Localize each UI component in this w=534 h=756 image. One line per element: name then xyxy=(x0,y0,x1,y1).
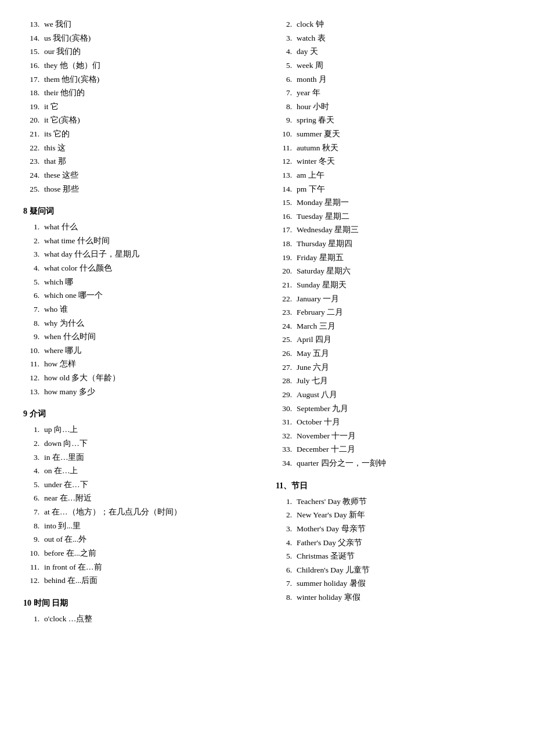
main-content: 13.we 我们14.us 我们(宾格)15.our 我们的16.they 他（… xyxy=(23,17,511,625)
item-text: which one 哪一个 xyxy=(44,289,258,303)
item-number: 19. xyxy=(276,251,297,265)
list-item: 22.January 一月 xyxy=(276,292,511,306)
item-text: November 十一月 xyxy=(297,429,511,443)
item-number: 3. xyxy=(23,247,44,261)
item-number: 11. xyxy=(276,141,297,155)
list-item: 10.summer 夏天 xyxy=(276,127,511,141)
list-item: 5.which 哪 xyxy=(23,275,258,289)
list-item: 13.how many 多少 xyxy=(23,385,258,399)
list-item: 15.our 我们的 xyxy=(23,45,258,59)
item-text: how 怎样 xyxy=(44,357,258,371)
item-text: up 向…上 xyxy=(44,423,258,437)
list-item: 7.summer holiday 暑假 xyxy=(276,577,511,591)
item-text: spring 春天 xyxy=(297,113,511,127)
item-text: o'clock …点整 xyxy=(44,612,258,626)
list-item: 31.October 十月 xyxy=(276,415,511,429)
item-number: 8. xyxy=(23,519,44,533)
item-number: 8. xyxy=(23,316,44,330)
list-item: 34.quarter 四分之一，一刻钟 xyxy=(276,456,511,470)
item-text: summer 夏天 xyxy=(297,127,511,141)
item-number: 19. xyxy=(23,100,44,114)
item-text: Wednesday 星期三 xyxy=(297,223,511,237)
item-number: 24. xyxy=(23,168,44,182)
item-text: Friday 星期五 xyxy=(297,251,511,265)
item-text: week 周 xyxy=(297,59,511,73)
item-number: 22. xyxy=(23,141,44,155)
item-text: it 它(宾格) xyxy=(44,113,258,127)
item-number: 3. xyxy=(276,522,297,536)
item-text: March 三月 xyxy=(297,319,511,333)
item-number: 10. xyxy=(276,127,297,141)
item-number: 9. xyxy=(23,532,44,546)
item-text: month 月 xyxy=(297,73,511,87)
item-number: 5. xyxy=(23,478,44,492)
item-number: 2. xyxy=(276,17,297,31)
item-number: 2. xyxy=(276,508,297,522)
item-number: 27. xyxy=(276,361,297,375)
list-item: 22.this 这 xyxy=(23,141,258,155)
item-number: 7. xyxy=(276,577,297,591)
list-item: 5.week 周 xyxy=(276,59,511,73)
item-number: 1. xyxy=(23,423,44,437)
item-text: what color 什么颜色 xyxy=(44,261,258,275)
item-text: their 他们的 xyxy=(44,86,258,100)
item-text: April 四月 xyxy=(297,333,511,347)
item-text: into 到...里 xyxy=(44,519,258,533)
list-item: 9.when 什么时间 xyxy=(23,330,258,344)
list-item: 2.New Year's Day 新年 xyxy=(276,508,511,522)
item-number: 12. xyxy=(23,371,44,385)
item-text: watch 表 xyxy=(297,31,511,45)
item-text: its 它的 xyxy=(44,127,258,141)
item-text: before 在...之前 xyxy=(44,546,258,560)
item-text: September 九月 xyxy=(297,402,511,416)
section11-title: 11、节日 xyxy=(276,481,511,491)
item-number: 1. xyxy=(23,220,44,234)
item-number: 16. xyxy=(23,59,44,73)
list-item: 18.their 他们的 xyxy=(23,86,258,100)
item-text: out of 在...外 xyxy=(44,532,258,546)
item-text: which 哪 xyxy=(44,275,258,289)
item-number: 30. xyxy=(276,402,297,416)
item-number: 5. xyxy=(276,59,297,73)
list-item: 15.Monday 星期一 xyxy=(276,196,511,210)
item-number: 23. xyxy=(23,154,44,168)
list-item: 7.year 年 xyxy=(276,86,511,100)
item-text: winter 冬天 xyxy=(297,154,511,168)
item-number: 12. xyxy=(276,154,297,168)
item-number: 4. xyxy=(276,45,297,59)
item-text: January 一月 xyxy=(297,292,511,306)
item-text: August 八月 xyxy=(297,388,511,402)
list-item: 2.down 向…下 xyxy=(23,437,258,451)
list-item: 8.into 到...里 xyxy=(23,519,258,533)
pronouns-continued-list: 13.we 我们14.us 我们(宾格)15.our 我们的16.they 他（… xyxy=(23,17,258,196)
item-number: 4. xyxy=(23,464,44,478)
item-number: 2. xyxy=(23,234,44,248)
item-text: on 在…上 xyxy=(44,464,258,478)
list-item: 13.we 我们 xyxy=(23,17,258,31)
item-number: 14. xyxy=(23,31,44,45)
item-number: 28. xyxy=(276,374,297,388)
list-item: 1.what 什么 xyxy=(23,220,258,234)
list-item: 20.Saturday 星期六 xyxy=(276,264,511,278)
item-number: 11. xyxy=(23,357,44,371)
item-number: 4. xyxy=(23,261,44,275)
item-text: down 向…下 xyxy=(44,437,258,451)
item-number: 7. xyxy=(276,86,297,100)
item-number: 21. xyxy=(276,278,297,292)
section9-title: 9 介词 xyxy=(23,409,258,419)
item-text: this 这 xyxy=(44,141,258,155)
item-text: year 年 xyxy=(297,86,511,100)
item-text: who 谁 xyxy=(44,303,258,316)
item-text: why 为什么 xyxy=(44,316,258,330)
item-number: 6. xyxy=(23,289,44,303)
item-text: under 在…下 xyxy=(44,478,258,492)
item-text: clock 钟 xyxy=(297,17,511,31)
item-number: 23. xyxy=(276,305,297,319)
item-number: 33. xyxy=(276,442,297,456)
item-number: 4. xyxy=(276,536,297,550)
item-number: 18. xyxy=(276,237,297,251)
list-item: 4.on 在…上 xyxy=(23,464,258,478)
item-number: 2. xyxy=(23,437,44,451)
left-column: 13.we 我们14.us 我们(宾格)15.our 我们的16.they 他（… xyxy=(23,17,270,625)
list-item: 7.who 谁 xyxy=(23,303,258,316)
